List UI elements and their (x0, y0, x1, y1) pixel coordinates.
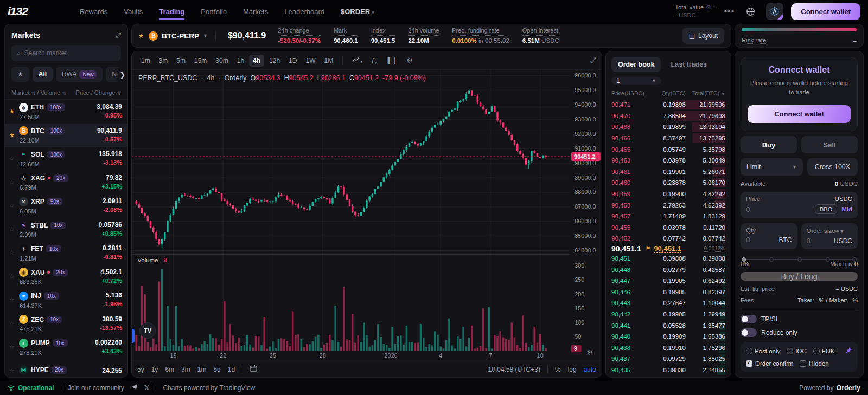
timeframe-5m[interactable]: 5m (173, 55, 189, 67)
market-row-hype[interactable]: ☆ ⋈ HYPE 20x 24.255 (5, 359, 127, 378)
bid-row[interactable]: 90,4420.199051.29949 (611, 309, 725, 320)
bid-row[interactable]: 90,4380.199101.75296 (611, 342, 725, 353)
filter-rwa[interactable]: RWA New (56, 67, 103, 82)
margin-mode-button[interactable]: Cross 100X (807, 158, 858, 176)
market-row-xau[interactable]: ☆ ◉ XAU 20x 683.35K 4,502.1 +0.72% (5, 265, 127, 289)
market-row-xrp[interactable]: ☆ ✕ XRP 50x 6.05M 2.0911 -2.08% (5, 194, 127, 218)
filter-favorites[interactable]: ★ (11, 67, 29, 82)
chart-settings-icon[interactable]: ⚙ (403, 55, 417, 66)
tab-order-book[interactable]: Order book (611, 57, 661, 72)
chart-clock[interactable]: 10:04:58 (UTC+3) (488, 366, 540, 373)
log-scale-button[interactable]: log (568, 366, 577, 373)
timeframe-1M[interactable]: 1M (320, 55, 337, 67)
tpsl-toggle[interactable] (741, 315, 757, 323)
star-icon[interactable]: ☆ (9, 367, 16, 374)
nav-item-markets[interactable]: Markets (243, 1, 268, 22)
nav-item-portfolio[interactable]: Portfolio (201, 1, 227, 22)
hidden-checkbox[interactable]: Hidden (800, 360, 828, 367)
markets-columns-header[interactable]: Market ⇅ / Volume ⇅ Price / Change ⇅ (5, 87, 127, 100)
market-row-xag[interactable]: ☆ ◎ XAG 20x 6.79M 79.82 +3.15% (5, 171, 127, 195)
ask-row[interactable]: 90,4610.199015.26071 (611, 166, 725, 178)
star-icon[interactable]: ☆ (9, 296, 16, 303)
percent-scale-button[interactable]: % (555, 366, 561, 373)
range-1y[interactable]: 1y (151, 366, 158, 373)
ask-row[interactable]: 90,4650.057495.35798 (611, 144, 725, 155)
bid-row[interactable]: 90,4410.055281.35477 (611, 320, 725, 331)
timeframe-3m[interactable]: 3m (155, 55, 172, 67)
market-search[interactable]: ⌕ (11, 45, 121, 61)
sell-tab[interactable]: Sell (801, 136, 858, 153)
bid-row[interactable]: 90,4350.398302.24855 (611, 365, 725, 376)
search-input[interactable] (24, 49, 116, 57)
ioc-radio[interactable]: IOC (787, 348, 806, 354)
connect-wallet-button[interactable]: Connect wallet (791, 3, 860, 20)
post-only-radio[interactable]: Post only (746, 348, 780, 354)
range-5d[interactable]: 5d (213, 366, 220, 373)
indicators-icon[interactable]: ƒx (367, 54, 381, 67)
star-icon[interactable]: ☆ (9, 320, 16, 327)
nav-item-vaults[interactable]: Vaults (124, 1, 143, 22)
star-icon[interactable]: ☆ (9, 249, 16, 256)
range-1m[interactable]: 1m (197, 366, 207, 373)
collapse-panel-icon[interactable]: ⤢ (116, 31, 121, 39)
bid-row[interactable]: 90,4510.398080.39808 (611, 253, 725, 264)
timeframe-12h[interactable]: 12h (265, 55, 284, 67)
market-row-sol[interactable]: ☆ ≡ SOL 100x 12.60M 135.918 -3.13% (5, 147, 127, 171)
community-link[interactable]: Join our community (68, 384, 124, 392)
price-input[interactable]: 0 (746, 205, 750, 213)
reduce-only-toggle[interactable] (741, 328, 757, 337)
telegram-icon[interactable] (131, 384, 138, 392)
eye-icon[interactable]: ⊙ (706, 3, 711, 11)
nav-item-leaderboard[interactable]: Leaderboard (284, 1, 324, 22)
range-3m[interactable]: 3m (181, 366, 190, 373)
market-row-inj[interactable]: ☆ ≈ INJ 10x 614.37K 5.136 -1.98% (5, 288, 127, 312)
timeframe-30m[interactable]: 30m (212, 55, 232, 67)
qty-slider[interactable] (742, 255, 857, 258)
ask-row[interactable]: 90,4590.199004.82292 (611, 189, 725, 200)
bid-row[interactable]: 90,4400.199091.55386 (611, 331, 725, 342)
globe-icon[interactable] (742, 3, 758, 20)
mark-price[interactable]: 90,451.1 (654, 244, 681, 253)
qty-field[interactable]: Qty 0 BTC (741, 223, 797, 249)
tradingview-logo[interactable]: TV (139, 322, 156, 339)
candles-icon[interactable]: ❚❘ (382, 55, 401, 66)
timeframe-15m[interactable]: 15m (190, 55, 210, 67)
bid-row[interactable]: 90,4430.276471.10044 (611, 297, 725, 309)
timeframe-1D[interactable]: 1D (285, 55, 301, 67)
chart-scroll-handle[interactable] (132, 329, 135, 343)
favorite-star-icon[interactable]: ★ (138, 33, 145, 40)
mid-button[interactable]: Mid (841, 206, 852, 212)
buy-tab[interactable]: Buy (741, 136, 797, 153)
filters-scroll-right-icon[interactable]: ❯ (114, 68, 125, 82)
market-row-stbl[interactable]: ☆ ∿ STBL 10x 2.99M 0.05786 +0.85% (5, 218, 127, 242)
ask-row[interactable]: 90,4600.238785.06170 (611, 177, 725, 189)
timeframe-1h[interactable]: 1h (233, 55, 248, 67)
auto-scale-button[interactable]: auto (584, 366, 596, 373)
nav-item-rewards[interactable]: Rewards (80, 1, 107, 22)
timeframe-4h[interactable]: 4h (249, 55, 264, 67)
chart-settings-gear-icon[interactable]: ⚙ (586, 348, 593, 357)
nav-item-trading[interactable]: Trading (159, 1, 184, 22)
bid-row[interactable]: 90,4480.027790.42587 (611, 264, 725, 275)
star-icon[interactable]: ★ (9, 132, 16, 139)
star-icon[interactable]: ☆ (9, 226, 16, 233)
connect-wallet-button-panel[interactable]: Connect wallet (748, 105, 851, 123)
market-row-zec[interactable]: ☆ Z ZEC 10x 475.21K 380.59 -13.57% (5, 312, 127, 336)
layout-button[interactable]: ◫ Layout (682, 28, 724, 44)
range-1d[interactable]: 1d (228, 366, 235, 373)
ask-row[interactable]: 90,4707.8650421.79698 (611, 111, 725, 122)
range-6m[interactable]: 6m (165, 366, 174, 373)
instrument-selector[interactable]: ★ ₿ BTC-PERP ▼ (138, 31, 216, 41)
star-icon[interactable]: ☆ (9, 155, 16, 162)
bbo-button[interactable]: BBO (815, 204, 837, 214)
buy-long-button[interactable]: Buy / Long (741, 272, 858, 281)
market-row-btc[interactable]: ★ ₿ BTC 100x 22.10M 90,411.9 -0.57% (5, 124, 127, 147)
more-menu-icon[interactable]: ••• (724, 7, 735, 16)
order-size-field[interactable]: Order size≈ ▾ 0 USDC (801, 223, 858, 249)
star-icon[interactable]: ☆ (9, 179, 16, 186)
fullscreen-icon[interactable]: ⤢ (590, 56, 596, 65)
star-icon[interactable]: ☆ (9, 202, 16, 209)
ask-row[interactable]: 90,4710.1989821.99596 (611, 99, 725, 111)
ask-row[interactable]: 90,4550.039780.11720 (611, 222, 725, 234)
ask-row[interactable]: 90,4680.1989913.93194 (611, 121, 725, 133)
